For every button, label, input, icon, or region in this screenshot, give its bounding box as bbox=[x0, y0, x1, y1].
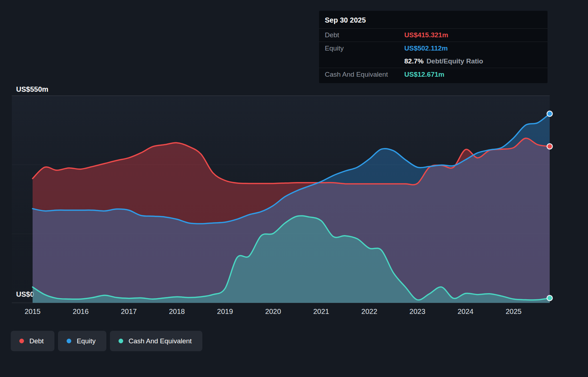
x-tick-2020: 2020 bbox=[265, 307, 281, 316]
debt-equity-ratio-value: 82.7% bbox=[404, 57, 424, 65]
x-tick-2022: 2022 bbox=[361, 307, 377, 316]
tooltip-date: Sep 30 2025 bbox=[319, 11, 548, 28]
equity-dot-icon bbox=[67, 339, 71, 343]
legend-item-equity[interactable]: Equity bbox=[58, 331, 106, 351]
cash-and-equivalent-current-marker bbox=[547, 295, 553, 301]
x-tick-2021: 2021 bbox=[313, 307, 329, 316]
x-tick-2017: 2017 bbox=[121, 307, 137, 316]
x-tick-2015: 2015 bbox=[25, 307, 41, 316]
tooltip-debt-label: Debt bbox=[325, 31, 404, 39]
chart-legend: DebtEquityCash And Equivalent bbox=[11, 331, 202, 351]
equity-current-marker bbox=[547, 111, 553, 116]
legend-label-equity: Equity bbox=[77, 337, 96, 345]
chart-page: Sep 30 2025 Debt US$415.321m Equity US$5… bbox=[0, 0, 588, 377]
debt-dot-icon bbox=[19, 339, 24, 343]
x-tick-2025: 2025 bbox=[506, 307, 522, 316]
legend-item-cash[interactable]: Cash And Equivalent bbox=[110, 331, 202, 351]
legend-item-debt[interactable]: Debt bbox=[11, 331, 54, 351]
tooltip-cash-label: Cash And Equivalent bbox=[325, 71, 404, 78]
x-tick-2018: 2018 bbox=[169, 307, 185, 316]
legend-label-cash: Cash And Equivalent bbox=[129, 337, 192, 345]
debt-equity-ratio-label: Debt/Equity Ratio bbox=[426, 57, 483, 65]
x-tick-2023: 2023 bbox=[409, 307, 425, 316]
legend-label-debt: Debt bbox=[29, 337, 44, 345]
hover-tooltip: Sep 30 2025 Debt US$415.321m Equity US$5… bbox=[319, 11, 548, 83]
x-tick-2024: 2024 bbox=[458, 307, 474, 316]
tooltip-equity-row: Equity US$502.112m bbox=[319, 42, 548, 55]
tooltip-debt-value: US$415.321m bbox=[404, 31, 448, 39]
debt-equity-area-chart[interactable] bbox=[12, 96, 550, 303]
x-tick-2019: 2019 bbox=[217, 307, 233, 316]
tooltip-debt-row: Debt US$415.321m bbox=[319, 28, 548, 42]
tooltip-equity-label: Equity bbox=[325, 44, 404, 52]
tooltip-cash-row: Cash And Equivalent US$12.671m bbox=[319, 68, 548, 81]
tooltip-ratio-row: 82.7%Debt/Equity Ratio bbox=[319, 55, 548, 68]
tooltip-cash-value: US$12.671m bbox=[404, 71, 444, 78]
y-axis-label-top: US$550m bbox=[16, 85, 48, 94]
x-tick-2016: 2016 bbox=[73, 307, 89, 316]
plot-area[interactable] bbox=[12, 96, 550, 303]
cash-dot-icon bbox=[119, 339, 123, 343]
tooltip-equity-value: US$502.112m bbox=[404, 44, 448, 52]
debt-current-marker bbox=[547, 144, 553, 149]
